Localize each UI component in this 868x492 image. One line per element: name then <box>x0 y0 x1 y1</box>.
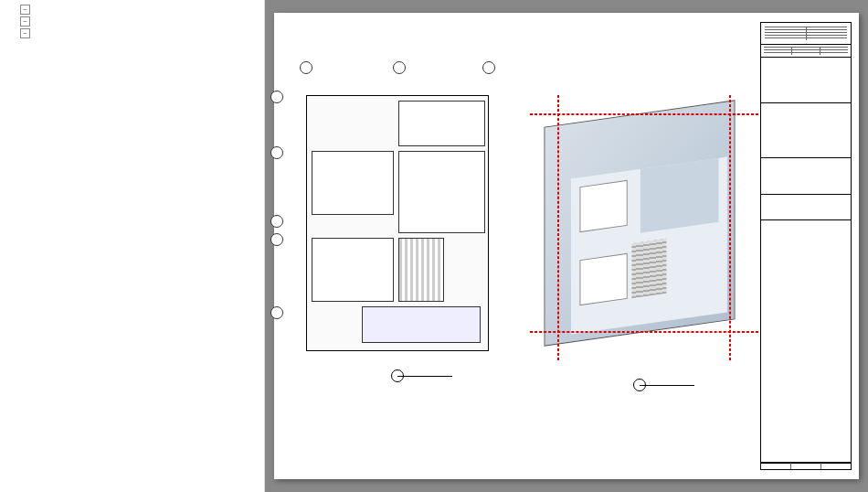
view-number-icon <box>633 379 646 391</box>
floor-plan-2d-view[interactable] <box>292 59 503 452</box>
grid-bubble-a <box>300 61 312 74</box>
collapse-icon[interactable]: − <box>20 28 30 38</box>
grid-bubble-b <box>393 61 406 74</box>
room-altar <box>398 151 485 233</box>
collapse-icon[interactable]: − <box>20 5 30 15</box>
grid-bubble-1 <box>270 306 283 319</box>
view-number-icon <box>391 369 404 382</box>
room-bedroom-2 <box>312 238 394 302</box>
drawing-canvas[interactable] <box>265 0 868 492</box>
room-laundry <box>398 101 485 146</box>
view-caption-1 <box>292 369 503 384</box>
sheet-paper[interactable] <box>274 13 859 479</box>
browser-group-phan1[interactable]: − <box>0 4 264 16</box>
grid-bubble-5 <box>270 91 283 103</box>
floor-plan-drawing <box>306 95 489 351</box>
collapse-icon[interactable]: − <box>20 16 30 27</box>
isometric-drawing <box>530 95 749 360</box>
view-caption-2 <box>530 379 749 393</box>
room-balcony <box>362 306 481 343</box>
grid-bubble-3 <box>270 215 283 228</box>
stair <box>398 238 444 302</box>
room-bedroom-1 <box>312 151 394 215</box>
floor-plan-3d-view[interactable] <box>530 59 749 452</box>
grid-bubble-c <box>482 61 495 74</box>
grid-bubble-2 <box>270 233 283 246</box>
browser-group-phan3[interactable]: − <box>0 27 264 39</box>
title-block <box>760 22 852 470</box>
grid-bubble-4 <box>270 146 283 159</box>
browser-group-phan2[interactable]: − <box>0 16 264 27</box>
project-browser[interactable]: − − − <box>0 0 265 492</box>
